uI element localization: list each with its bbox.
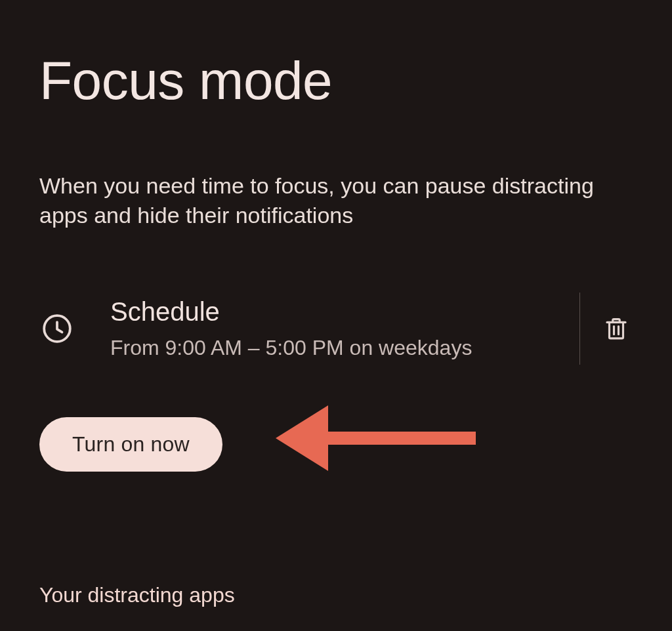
schedule-item[interactable]: Schedule From 9:00 AM – 5:00 PM on weekd… bbox=[39, 297, 568, 360]
schedule-title: Schedule bbox=[110, 297, 568, 326]
trash-icon[interactable] bbox=[602, 315, 630, 342]
page-title: Focus mode bbox=[39, 0, 633, 109]
distracting-apps-header: Your distracting apps bbox=[39, 583, 633, 607]
focus-mode-screen: Focus mode When you need time to focus, … bbox=[0, 0, 672, 631]
schedule-subtitle: From 9:00 AM – 5:00 PM on weekdays bbox=[110, 335, 568, 360]
annotation-arrow-icon bbox=[276, 405, 479, 471]
turn-on-now-button[interactable]: Turn on now bbox=[39, 417, 222, 472]
schedule-row: Schedule From 9:00 AM – 5:00 PM on weekd… bbox=[39, 293, 633, 365]
vertical-divider bbox=[579, 293, 580, 365]
schedule-text: Schedule From 9:00 AM – 5:00 PM on weekd… bbox=[110, 297, 568, 360]
page-description: When you need time to focus, you can pau… bbox=[39, 171, 630, 230]
clock-icon bbox=[41, 312, 74, 345]
